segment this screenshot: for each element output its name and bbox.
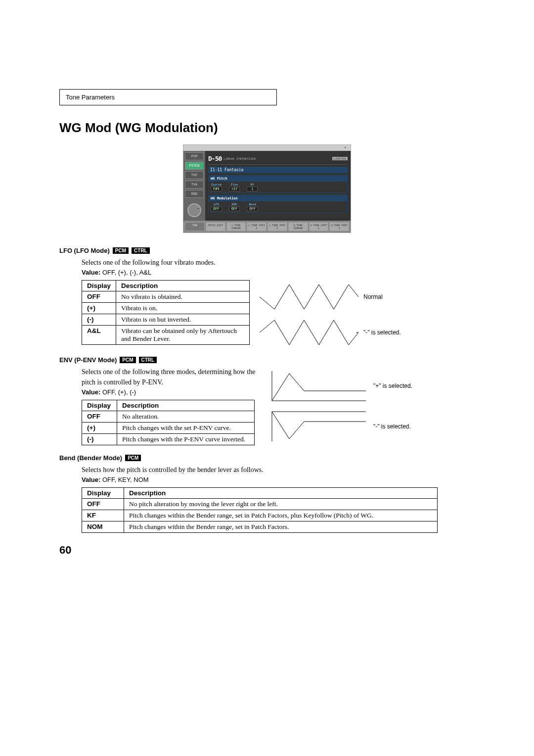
env-desc: Selects one of the following three modes… — [82, 367, 260, 387]
bottom-tab-ut1[interactable]: U-TONE PART 1 — [309, 222, 329, 231]
bottom-tab-ton[interactable]: TON — [185, 222, 205, 231]
bottom-tab-lt1[interactable]: L-TONE PART 1 — [247, 222, 267, 231]
ctrl-badge: CTRL — [139, 357, 157, 363]
synth-tab-mod[interactable]: MOD — [185, 190, 204, 198]
bottom-tab-ltc[interactable]: L-TONE COMMON — [226, 222, 246, 231]
env-heading: ENV (P-ENV Mode) — [59, 356, 117, 364]
synth-tab-tvf[interactable]: TVF — [185, 171, 204, 179]
page-title: WG Mod (WG Modulation) — [59, 120, 475, 136]
env-wave-minus: "-" is selected. — [269, 409, 475, 444]
bend-section: Bend (Bender Mode) PCM Selects how the p… — [59, 454, 475, 533]
env-wave-plus: "+" is selected. — [269, 369, 475, 403]
bottom-tab-lt2[interactable]: L-TONE PART 2 — [267, 222, 287, 231]
synth-tab-pcm[interactable]: PCM — [185, 152, 204, 160]
wg-pitch-fine[interactable]: +27 — [229, 187, 240, 191]
synth-knob[interactable] — [187, 203, 201, 217]
lfo-heading: LFO (LFO Mode) — [59, 247, 110, 254]
wg-pitch-kf[interactable]: 1 — [247, 187, 258, 191]
bottom-tab-utc[interactable]: U-TONE COMMON — [288, 222, 308, 231]
bottom-tab-patch[interactable]: PATCH EDIT — [206, 222, 225, 231]
pcm-badge: PCM — [125, 455, 141, 461]
limiter-badge: LIMITER — [332, 157, 348, 160]
bend-heading: Bend (Bender Mode) — [59, 454, 122, 462]
header-text: Tone Parameters — [66, 94, 115, 101]
page-number: 60 — [59, 544, 71, 557]
bend-table: DisplayDescription OFFNo pitch alteratio… — [82, 487, 438, 533]
pcm-badge: PCM — [120, 357, 135, 363]
synth-patch-name: I1-11 Fantasia — [208, 167, 348, 173]
lfo-wave-normal: Normal — [260, 282, 475, 312]
lfo-wave-minus: "-" is selected. — [260, 318, 475, 347]
lfo-section: LFO (LFO Mode) PCM CTRL Selects one of t… — [59, 247, 475, 347]
synth-screenshot: PCM PITCH TVF TVA MOD D-50 LINEAR SYNTHE… — [183, 144, 351, 233]
wg-pitch-coarse[interactable]: F#5 — [211, 187, 222, 191]
lfo-value: OFF, (+), (-), A&L — [102, 269, 151, 276]
synth-logo-sub: LINEAR SYNTHESIZER — [223, 157, 256, 160]
synth-tab-tva[interactable]: TVA — [185, 181, 204, 189]
wg-pitch-group: WG Pitch CoarseF#5 Fine+27 KF1 — [208, 175, 348, 193]
env-table: DisplayDescription OFFNo alteration. (+)… — [82, 400, 255, 445]
wg-mod-env[interactable]: OFF — [229, 206, 240, 211]
env-value: OFF, (+), (-) — [102, 388, 136, 396]
ctrl-badge: CTRL — [132, 247, 150, 254]
bend-desc: Selects how the pitch is controlled by t… — [82, 465, 475, 475]
synth-bottom-tabs: TON PATCH EDIT L-TONE COMMON L-TONE PART… — [183, 221, 351, 233]
wg-mod-lfo[interactable]: OFF — [211, 206, 222, 211]
bottom-tab-ut2[interactable]: U-TONE PART 2 — [329, 222, 349, 231]
bend-value: OFF, KEY, NOM — [102, 476, 149, 483]
synth-logo: D-50 — [208, 155, 222, 162]
synth-tab-pitch[interactable]: PITCH — [185, 162, 204, 170]
lfo-desc: Selects one of the following four vibrat… — [82, 257, 475, 268]
synth-side-tabs: PCM PITCH TVF TVA MOD — [183, 151, 205, 221]
lfo-table: DisplayDescription OFFNo vibrato is obta… — [82, 280, 250, 345]
synth-topbar — [183, 145, 351, 151]
pcm-badge: PCM — [113, 247, 129, 254]
header-box: Tone Parameters — [59, 89, 277, 105]
wg-mod-group: WG Modulation LFOOFF ENVOFF BendOFF — [208, 195, 348, 213]
env-section: ENV (P-ENV Mode) PCM CTRL Selects one of… — [59, 356, 475, 445]
wg-mod-bend[interactable]: OFF — [247, 206, 258, 211]
